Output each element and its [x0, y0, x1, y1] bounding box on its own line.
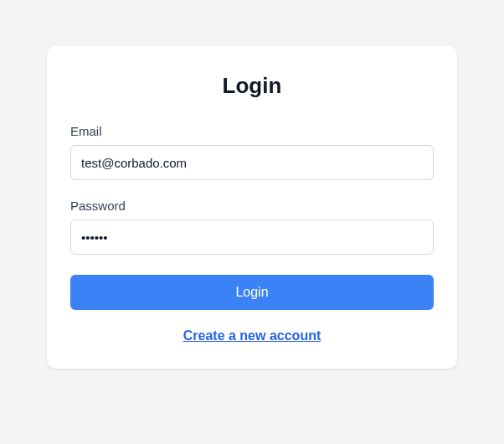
password-group: Password: [70, 199, 434, 255]
email-group: Email: [70, 124, 434, 180]
password-label: Password: [70, 199, 434, 213]
password-field[interactable]: [70, 219, 434, 255]
email-field[interactable]: [70, 145, 434, 180]
login-button[interactable]: Login: [70, 275, 434, 310]
email-label: Email: [70, 124, 434, 138]
page-title: Login: [70, 73, 434, 99]
login-card: Login Email Password Login Create a new …: [47, 46, 457, 369]
create-account-row: Create a new account: [70, 328, 434, 343]
create-account-link[interactable]: Create a new account: [183, 328, 321, 343]
